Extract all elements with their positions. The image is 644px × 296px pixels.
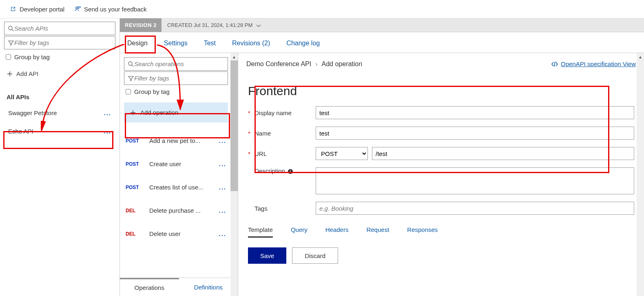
api-item-name: Echo API — [8, 128, 33, 135]
operation-item[interactable]: POST Add a new pet to... ... — [124, 129, 228, 152]
url-path-input[interactable] — [372, 147, 634, 160]
api-item-echo[interactable]: Echo API ... — [4, 122, 115, 140]
more-icon[interactable]: ... — [219, 184, 226, 191]
filter-ops-tags-box[interactable] — [124, 71, 228, 85]
code-icon — [551, 61, 558, 67]
person-feedback-icon — [74, 6, 81, 12]
breadcrumb-api[interactable]: Demo Conference API — [246, 60, 311, 68]
created-ts: Jul 31, 2024, 1:41:28 PM — [194, 22, 253, 28]
all-apis-heading: All APIs — [4, 84, 115, 104]
more-icon[interactable]: ... — [104, 109, 111, 116]
description-label: Description i — [255, 167, 316, 174]
scrollbar-thumb[interactable] — [230, 60, 238, 191]
api-item-name: Swagger Petstore — [8, 109, 57, 116]
search-icon — [8, 25, 14, 32]
add-operation-button[interactable]: Add operation — [124, 102, 228, 122]
ops-group-by-tag-checkbox[interactable]: Group by tag — [124, 86, 228, 98]
sub-tab-headers[interactable]: Headers — [325, 226, 349, 238]
ops-group-by-tag-label: Group by tag — [134, 88, 170, 95]
scroll-up-icon[interactable]: ▲ — [637, 53, 644, 60]
http-method-badge: DEL — [126, 208, 144, 214]
developer-portal-label: Developer portal — [20, 6, 64, 13]
operation-item[interactable]: POST Create user ... — [124, 152, 228, 176]
sub-tab-responses[interactable]: Responses — [407, 226, 438, 238]
tab-changelog[interactable]: Change log — [286, 40, 320, 47]
display-name-input[interactable] — [316, 106, 634, 119]
svg-point-0 — [76, 7, 78, 9]
openapi-spec-link[interactable]: OpenAPI specification View — [551, 60, 636, 67]
chevron-down-icon — [256, 24, 261, 28]
tags-input[interactable] — [316, 202, 634, 215]
filter-icon — [8, 40, 14, 46]
more-icon[interactable]: ... — [219, 230, 226, 237]
group-by-tag-label: Group by tag — [14, 53, 50, 60]
sub-tab-query[interactable]: Query — [291, 226, 308, 238]
api-item-swagger[interactable]: Swagger Petstore ... — [4, 104, 115, 122]
http-method-select[interactable]: POST — [316, 147, 368, 160]
search-apis-box[interactable] — [4, 22, 115, 35]
group-by-tag-checkbox[interactable]: Group by tag — [4, 50, 115, 64]
tab-revisions[interactable]: Revisions (2) — [232, 40, 270, 47]
discard-button[interactable]: Discard — [292, 247, 338, 264]
scroll-up-icon[interactable]: ▲ — [230, 53, 238, 60]
feedback-link[interactable]: Send us your feedback — [74, 6, 146, 13]
required-marker — [248, 205, 255, 212]
tab-design[interactable]: Design — [127, 40, 148, 47]
openapi-spec-label: OpenAPI specification View — [561, 60, 636, 67]
add-api-button[interactable]: Add API — [4, 64, 115, 84]
ops-scrollbar[interactable]: ▲ — [230, 53, 238, 296]
http-method-badge: DEL — [126, 231, 144, 237]
svg-text:i: i — [290, 169, 291, 174]
frontend-heading: Frontend — [248, 84, 634, 98]
tags-label: Tags — [255, 205, 316, 212]
external-link-icon — [10, 6, 16, 12]
more-icon[interactable]: ... — [219, 160, 226, 167]
revision-badge[interactable]: REVISION 2 — [120, 18, 162, 32]
http-method-badge: POST — [126, 138, 144, 144]
save-button[interactable]: Save — [248, 247, 286, 264]
more-icon[interactable]: ... — [104, 128, 111, 135]
search-operations-input[interactable] — [134, 60, 224, 67]
breadcrumb-page: Add operation — [322, 60, 363, 68]
filter-tags-input[interactable] — [14, 39, 112, 46]
revision-created[interactable]: CREATED Jul 31, 2024, 1:41:28 PM — [162, 22, 267, 28]
url-label: URL — [255, 150, 316, 157]
operation-name: Delete user — [149, 230, 213, 237]
search-operations-box[interactable] — [124, 57, 228, 71]
tab-test[interactable]: Test — [204, 40, 216, 47]
ops-group-by-tag-input[interactable] — [126, 89, 131, 94]
search-apis-input[interactable] — [14, 25, 112, 32]
required-marker: * — [248, 130, 255, 137]
bottom-tab-operations[interactable]: Operations — [120, 278, 179, 296]
svg-line-2 — [12, 29, 13, 31]
operation-name: Add a new pet to... — [149, 137, 213, 144]
operation-item[interactable]: DEL Delete purchase ... ... — [124, 199, 228, 222]
required-marker: * — [248, 109, 255, 116]
created-label: CREATED — [167, 22, 192, 28]
http-method-badge: POST — [126, 161, 144, 167]
filter-ops-tags-input[interactable] — [134, 75, 224, 82]
right-scrollbar[interactable]: ▲ — [637, 53, 644, 296]
required-marker — [248, 167, 255, 174]
svg-point-1 — [9, 26, 12, 30]
name-input[interactable] — [316, 127, 634, 140]
developer-portal-link[interactable]: Developer portal — [10, 6, 64, 13]
filter-tags-box[interactable] — [4, 36, 115, 49]
bottom-tab-definitions[interactable]: Definitions — [179, 278, 238, 296]
svg-line-4 — [132, 65, 133, 67]
info-icon[interactable]: i — [288, 169, 293, 174]
display-name-label: Display name — [255, 109, 316, 116]
tab-settings[interactable]: Settings — [164, 40, 188, 47]
operation-item[interactable]: DEL Delete user ... — [124, 222, 228, 245]
more-icon[interactable]: ... — [219, 137, 226, 144]
operation-item[interactable]: POST Creates list of use... ... — [124, 176, 228, 199]
sub-tab-request[interactable]: Request — [366, 226, 389, 238]
http-method-badge: POST — [126, 185, 144, 190]
description-textarea[interactable] — [316, 167, 634, 194]
add-operation-label: Add operation — [140, 109, 178, 116]
more-icon[interactable]: ... — [219, 207, 226, 214]
sub-tab-template[interactable]: Template — [248, 226, 273, 238]
operation-name: Creates list of use... — [149, 184, 213, 191]
group-by-tag-input[interactable] — [6, 54, 11, 60]
name-label: Name — [255, 130, 316, 137]
